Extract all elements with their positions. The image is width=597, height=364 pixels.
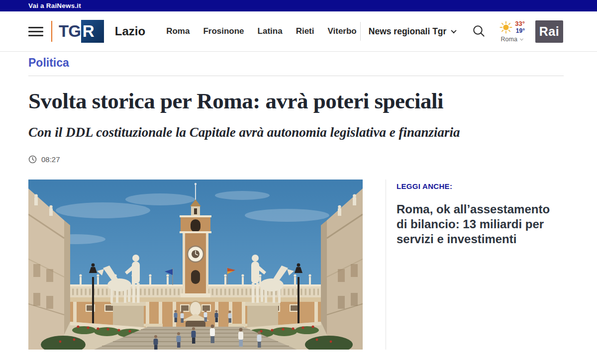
- search-button[interactable]: [472, 24, 486, 38]
- article-page: Politica Svolta storica per Roma: avrà p…: [0, 52, 597, 350]
- weather-widget[interactable]: 33° 19° Roma: [498, 20, 525, 43]
- rainews-link[interactable]: Vai a RaiNews.it: [28, 2, 81, 9]
- site-header: TG R Lazio Roma Frosinone Latina Rieti V…: [0, 11, 597, 52]
- related-article-link[interactable]: Roma, ok all’assestamento di bilancio: 1…: [397, 202, 564, 247]
- clock-icon: [28, 155, 37, 164]
- nav-item-roma[interactable]: Roma: [166, 26, 190, 36]
- hamburger-icon: [28, 27, 43, 28]
- publish-time: 08:27: [41, 155, 60, 164]
- leggi-anche-label: LEGGI ANCHE:: [397, 182, 564, 190]
- tgr-logo-r-box: R: [81, 20, 104, 43]
- campidoglio-photo: [28, 180, 363, 350]
- section-divider: [28, 76, 564, 76]
- article-image: [28, 180, 363, 350]
- accent-divider: [51, 21, 52, 42]
- tgr-logo-tg: TG: [59, 22, 81, 41]
- region-title: Lazio: [115, 24, 145, 38]
- temp-low: 19°: [516, 28, 525, 34]
- article-subtitle: Con il DDL costituzionale la Capitale av…: [28, 125, 564, 140]
- nav-item-latina[interactable]: Latina: [258, 26, 283, 36]
- news-regionali-dropdown[interactable]: News regionali Tgr: [369, 26, 456, 37]
- topbar: Vai a RaiNews.it: [0, 0, 597, 11]
- tgr-logo[interactable]: TG R: [59, 20, 104, 43]
- main-nav: Roma Frosinone Latina Rieti Viterbo: [166, 26, 357, 36]
- nav-item-rieti[interactable]: Rieti: [296, 26, 314, 36]
- header-divider: [360, 22, 361, 41]
- temp-high: 33°: [515, 20, 525, 27]
- weather-city-selector[interactable]: Roma: [500, 36, 522, 43]
- menu-button[interactable]: [28, 27, 43, 36]
- search-icon: [472, 24, 486, 38]
- chevron-down-icon: [520, 37, 523, 40]
- nav-item-viterbo[interactable]: Viterbo: [327, 26, 356, 36]
- related-sidebar: LEGGI ANCHE: Roma, ok all’assestamento d…: [386, 180, 564, 350]
- article-meta: 08:27: [28, 155, 564, 164]
- chevron-down-icon: [451, 28, 457, 33]
- nav-item-frosinone[interactable]: Frosinone: [203, 26, 244, 36]
- category-link[interactable]: Politica: [28, 56, 69, 70]
- rai-logo[interactable]: Rai: [535, 20, 563, 43]
- article-title: Svolta storica per Roma: avrà poteri spe…: [28, 89, 564, 114]
- sun-icon: [498, 20, 513, 35]
